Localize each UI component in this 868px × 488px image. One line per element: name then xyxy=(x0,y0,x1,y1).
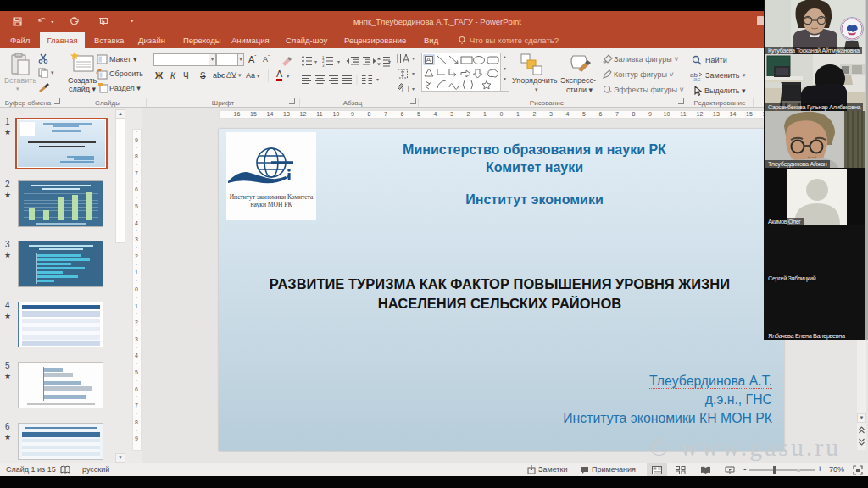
svg-text:3: 3 xyxy=(322,64,325,67)
